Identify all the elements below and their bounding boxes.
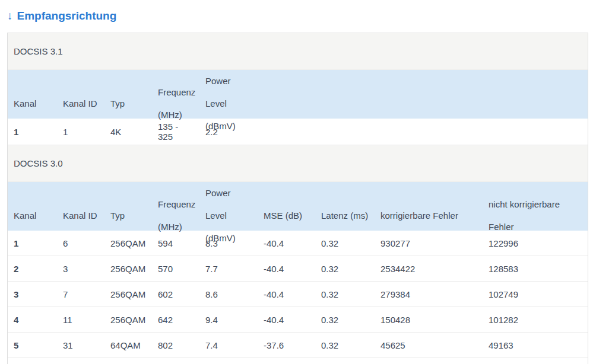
cell-mse: -40.4 [258,282,315,306]
table-row: 1 1 4K 135 - 325 2.2 [8,119,588,145]
cell-kanal: 2 [8,256,57,281]
cell-nicht-korrigierbare-fehler: 102749 [483,282,588,306]
cell-power-level: 8.3 [199,231,258,256]
cell-typ: 64QAM [104,333,152,357]
downstream-section-toggle[interactable]: ↓ Empfangsrichtung [7,9,593,23]
cell-power-level: 7.4 [199,333,258,357]
cell-frequenz: 802 [152,333,199,357]
docsis31-section-header: DOCSIS 3.1 [8,33,588,70]
cell-nicht-korrigierbare-fehler: 101282 [483,307,588,332]
cell-typ: 256QAM [104,231,152,256]
cell-kanal-id: 1 [57,119,104,145]
cell-power-level: 8.6 [199,282,258,306]
cell-kanal-id: 3 [57,256,104,281]
cell-kanal-id: 31 [57,333,104,357]
cell-kanal-id: 7 [57,282,104,306]
docsis31-section-label: DOCSIS 3.1 [14,46,63,56]
cell-kanal-id: 11 [57,307,104,332]
cell-nicht-korrigierbare-fehler: 122996 [483,231,588,256]
table-row: 1 6 256QAM 594 8.3 -40.4 0.32 930277 122… [8,231,588,256]
cell-nicht-korrigierbare-fehler: 128583 [483,256,588,281]
cell-kanal: 3 [8,282,57,306]
cell-korrigierbare-fehler: 150428 [375,307,483,332]
cell-latenz: 0.32 [315,231,375,256]
docsis-channel-table: DOCSIS 3.1 Kanal Kanal ID Typ Frequenz (… [7,33,588,364]
table-row: 2 3 256QAM 570 7.7 -40.4 0.32 2534422 12… [8,256,588,282]
cell-typ: 256QAM [104,256,152,281]
cell-frequenz: 594 [152,231,199,256]
downstream-page: ↓ Empfangsrichtung DOCSIS 3.1 Kanal Kana… [0,0,593,364]
page-title: Empfangsrichtung [17,9,117,23]
cell-kanal-id: 6 [57,231,104,256]
cell-latenz: 0.32 [315,256,375,281]
cell-latenz: 0.32 [315,307,375,332]
cell-mse: -40.4 [258,231,315,256]
cell-korrigierbare-fehler: 45625 [375,333,483,357]
down-arrow-icon: ↓ [7,9,13,23]
cell-latenz: 0.32 [315,282,375,306]
cell-frequenz: 135 - 325 [152,119,199,145]
cell-korrigierbare-fehler: 930277 [375,231,483,256]
cell-kanal: 1 [8,231,57,256]
cell-mse: -37.6 [258,333,315,357]
cell-power-level: 9.4 [199,307,258,332]
cell-mse: -40.4 [258,307,315,332]
cell-kanal: 5 [8,333,57,357]
docsis30-section-header: DOCSIS 3.0 [8,145,588,182]
cell-typ: 256QAM [104,282,152,306]
cell-korrigierbare-fehler: 2534422 [375,256,483,281]
docsis30-section-label: DOCSIS 3.0 [14,158,63,168]
cell-power-level: 7.7 [199,256,258,281]
table-row: 5 31 64QAM 802 7.4 -37.6 0.32 45625 4916… [8,333,588,358]
table-row-partial [8,358,588,364]
cell-kanal: 1 [8,119,57,145]
cell-mse: -40.4 [258,256,315,281]
cell-latenz: 0.32 [315,333,375,357]
cell-korrigierbare-fehler: 279384 [375,282,483,306]
cell-typ: 256QAM [104,307,152,332]
cell-nicht-korrigierbare-fehler: 49163 [483,333,588,357]
cell-frequenz: 642 [152,307,199,332]
table-row: 4 11 256QAM 642 9.4 -40.4 0.32 150428 10… [8,307,588,333]
cell-power-level: 2.2 [199,119,258,145]
cell-frequenz: 570 [152,256,199,281]
table-row: 3 7 256QAM 602 8.6 -40.4 0.32 279384 102… [8,282,588,307]
cell-kanal: 4 [8,307,57,332]
docsis30-header-row: Kanal Kanal ID Typ Frequenz (MHz) Power … [8,182,588,231]
docsis31-header-row: Kanal Kanal ID Typ Frequenz (MHz) Power … [8,70,588,119]
cell-frequenz: 602 [152,282,199,306]
cell-typ: 4K [104,119,152,145]
